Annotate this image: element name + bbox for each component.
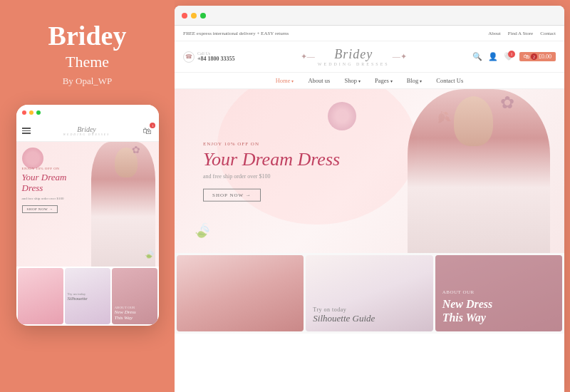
topbar-message: FREE express international delivery + EA… [183,31,289,36]
mobile-thumb-1 [18,268,63,324]
site-content: FREE express international delivery + EA… [175,26,564,392]
thumb-3-title: New DressThis Way [442,297,493,324]
mobile-cart-icon[interactable]: 🛍 1 [142,125,152,135]
cart-price: £0.00 [539,53,551,60]
browser-dot-red[interactable] [182,13,187,19]
search-icon[interactable]: 🔍 [472,52,482,61]
nav-blog[interactable]: Blog ▾ [407,77,423,84]
hero-free-ship: and free ship order over $100 [203,172,340,179]
browser-dot-yellow[interactable] [191,13,197,19]
wishlist-badge: 1 [508,51,515,58]
topbar-contact-link[interactable]: Contact [540,31,556,36]
cart-button[interactable]: 🛍 2 £0.00 [519,52,556,61]
hero-text: ENJOY 10% OFF ON Your Dream Dress and fr… [203,141,340,202]
nav-about[interactable]: About us [308,77,330,84]
hero-bride-image: ✿ [336,89,564,253]
hero-section: 🍃 🍂 ENJOY 10% OFF ON Your Dream Dress an… [175,89,564,253]
mobile-thumb-2: Try on today Silhouette [65,268,110,324]
account-icon[interactable]: 👤 [488,52,498,61]
mobile-hero-text: ENJOY 10% OFF ON Your DreamDress and fre… [22,167,67,213]
hero-leaf-left-icon: 🍃 [192,218,216,242]
mobile-mockup: Bridey WEDDING DRESSES 🛍 1 ✿ ENJOY 10% O… [16,105,159,326]
cart-icon: 🛍 [524,53,529,60]
mobile-thumbnails: Try on today Silhouette About Our New Dr… [16,267,159,326]
bride-hair-flowers-icon: ✿ [500,93,514,113]
topbar-links: About Find A Store Contact [488,31,556,36]
thumbnail-2[interactable]: Try on today Silhouette Guide [306,255,432,331]
topbar-about-link[interactable]: About [488,31,501,36]
cart-badge-num: 2 [531,53,537,60]
brand-title: Bridey [48,21,127,51]
mobile-browser-dots [16,105,159,120]
phone-icon: ☎ [183,51,195,63]
site-header: ☎ Call Us +84 1800 33355 ✦— Bridey WEDDI… [175,41,564,73]
nav-pages-arrow: ▾ [390,78,393,83]
thumb-3-label: About Our [442,289,475,295]
mobile-dot-red [22,110,26,115]
hero-shop-button[interactable]: SHOP NOW → [203,188,261,201]
site-navigation: Home ▾ About us Shop ▾ Pages ▾ Blog ▾ Co… [175,73,564,89]
bride-head [454,96,493,146]
mobile-hair-flowers-icon: ✿ [132,144,140,156]
topbar-store-link[interactable]: Find A Store [508,31,533,36]
logo-left-flourish: ✦— [301,52,315,61]
nav-contact[interactable]: Contact Us [436,77,463,84]
thumbnail-1[interactable] [177,255,304,331]
hero-title: Your Dream Dress [203,150,340,170]
mobile-dot-yellow [29,110,33,115]
wishlist-icon[interactable]: 🤍 1 [504,52,514,61]
brand-by: By Opal_WP [63,76,113,87]
logo-right-flourish: —✦ [393,52,407,61]
mobile-enjoy-text: ENJOY 10% OFF ON [22,167,67,170]
nav-shop-arrow: ▾ [358,78,361,83]
mobile-thumb-3: About Our New DressThis Way [112,268,157,324]
nav-shop[interactable]: Shop ▾ [344,77,360,84]
mobile-logo: Bridey WEDDING DRESSES [63,125,110,136]
mobile-free-ship-text: and free ship order over $100 [22,197,67,200]
thumb-2-title: Silhouette Guide [313,313,425,324]
phone-number[interactable]: +84 1800 33355 [197,56,235,62]
mobile-dream-text: Your DreamDress [22,172,67,194]
brand-subtitle: Theme [66,53,109,71]
logo-sub-text: WEDDING DRESSES [318,62,390,66]
product-thumbnails: Try on today Silhouette Guide About Our … [175,253,564,334]
header-phone: ☎ Call Us +84 1800 33355 [183,51,235,63]
mobile-hamburger-icon[interactable] [22,128,31,134]
thumbnail-3[interactable]: About Our New DressThis Way [435,255,562,331]
nav-home[interactable]: Home ▾ [276,77,294,84]
site-topbar: FREE express international delivery + EA… [175,26,564,41]
hero-enjoy-text: ENJOY 10% OFF ON [203,141,340,147]
thumb-3-overlay: About Our New DressThis Way [435,255,562,331]
nav-blog-arrow: ▾ [420,78,422,83]
left-panel: Bridey Theme By Opal_WP Bridey WEDDING D… [0,0,175,392]
header-actions: 🔍 👤 🤍 1 🛍 2 £0.00 [472,52,556,61]
mobile-shop-button[interactable]: SHOP NOW → [22,205,58,213]
browser-chrome [175,6,564,26]
site-logo: ✦— Bridey WEDDING DRESSES —✦ [301,47,407,66]
mobile-hero: ✿ ENJOY 10% OFF ON Your DreamDress and f… [16,142,159,267]
thumb-2-label: Try on today [313,306,425,313]
nav-pages[interactable]: Pages ▾ [375,77,393,84]
mobile-dot-green [36,110,41,115]
mobile-flower-decoration [22,148,43,169]
browser-dot-green[interactable] [200,13,206,19]
mobile-nav: Bridey WEDDING DRESSES 🛍 1 [16,120,159,142]
logo-brand-text: Bridey [318,47,390,62]
nav-home-arrow: ▾ [291,78,294,83]
browser-window: FREE express international delivery + EA… [175,6,564,392]
